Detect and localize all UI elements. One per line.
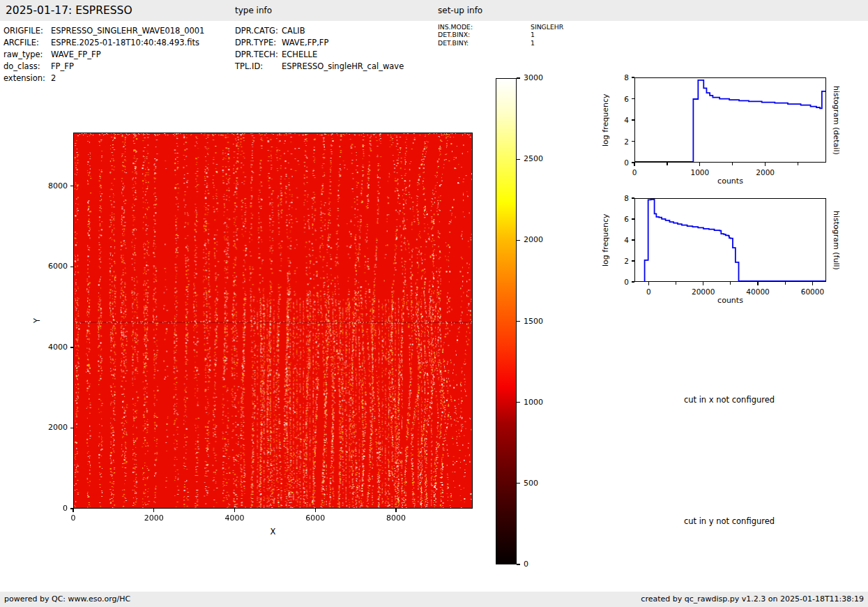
colorbar-tick	[517, 159, 520, 160]
setup-info-row: DET.BINY:1	[438, 39, 563, 47]
type-info-row: DPR.TYPE:WAVE,FP,FP	[235, 37, 404, 49]
page-title: 2025-01-17: ESPRESSO	[6, 0, 132, 21]
value: 1	[531, 31, 535, 38]
colorbar-tick-label: 500	[524, 479, 558, 488]
y-tick-label: 6	[601, 214, 629, 224]
histogram-detail-x-label: counts	[634, 177, 826, 186]
colorbar-tick	[517, 240, 520, 241]
histogram-full-plot	[634, 198, 826, 282]
x-tick-label: 1000	[679, 167, 721, 177]
key: INS.MODE:	[438, 23, 531, 31]
colorbar-tick-label: 0	[524, 560, 558, 569]
histogram-detail-plot	[634, 77, 826, 163]
value: ESPRESSO_singleHR_cal_wave	[282, 61, 404, 73]
setup-info-header: set-up info	[438, 0, 482, 21]
y-tick	[70, 428, 74, 428]
y-tick-label: 2000	[40, 423, 68, 433]
histogram-full-line	[645, 200, 825, 281]
y-tick	[632, 77, 635, 77]
y-tick	[632, 98, 635, 99]
x-tick-label: 8000	[375, 514, 417, 523]
y-tick	[632, 260, 635, 261]
x-minor-tick	[785, 282, 786, 285]
file-info-row: ORIGFILE:ESPRESSO_SINGLEHR_WAVE018_0001	[3, 25, 204, 37]
x-tick-label: 0	[52, 514, 94, 523]
y-tick	[70, 186, 74, 186]
colorbar-tick-label: 2000	[524, 235, 558, 245]
type-info-row: DPR.CATG:CALIB	[235, 25, 404, 37]
key: ARCFILE:	[3, 37, 51, 49]
y-tick	[632, 141, 635, 142]
type-info-row: DPR.TECH:ECHELLE	[235, 49, 404, 61]
y-tick-label: 2	[601, 137, 629, 147]
value: ESPRE.2025-01-18T10:40:48.493.fits	[51, 37, 199, 49]
x-tick	[73, 509, 73, 512]
x-tick-label: 0	[614, 167, 655, 177]
value: WAVE,FP,FP	[282, 37, 328, 49]
y-tick-label: 4000	[40, 343, 68, 352]
y-tick	[70, 347, 74, 347]
x-tick	[812, 282, 813, 285]
x-tick-label: 4000	[214, 514, 256, 523]
colorbar-tick	[517, 77, 520, 78]
x-tick-label: 40000	[737, 287, 779, 297]
y-tick-label: 0	[601, 158, 629, 167]
value: FP_FP	[51, 61, 74, 73]
y-tick-label: 2	[601, 256, 629, 266]
x-tick-label: 2000	[745, 167, 786, 177]
key: ORIGFILE:	[3, 25, 51, 37]
cut-x-note: cut in x not configured	[625, 395, 834, 405]
key: raw_type:	[3, 49, 51, 61]
key: DPR.TECH:	[235, 49, 282, 61]
key: DET.BINY:	[438, 39, 531, 47]
type-info-header: type info	[235, 0, 272, 21]
type-info-row: TPL.ID:ESPRESSO_singleHR_cal_wave	[235, 61, 404, 73]
key: DPR.TYPE:	[235, 37, 282, 49]
setup-info-row: INS.MODE:SINGLEHR	[438, 23, 563, 31]
histogram-full-svg	[635, 199, 825, 281]
colorbar	[496, 78, 517, 564]
x-minor-tick	[730, 282, 731, 285]
file-info-block: ORIGFILE:ESPRESSO_SINGLEHR_WAVE018_0001 …	[3, 25, 204, 84]
y-tick-label: 6	[601, 94, 629, 104]
file-info-row: extension:2	[3, 73, 204, 84]
x-minor-tick	[676, 282, 676, 285]
colorbar-tick-label: 1000	[524, 398, 558, 407]
x-tick	[648, 282, 649, 285]
x-tick	[765, 163, 766, 166]
x-tick-label: 2000	[133, 514, 175, 523]
y-tick	[632, 197, 635, 198]
value: CALIB	[282, 25, 305, 37]
key: DET.BINX:	[438, 31, 531, 38]
x-tick	[153, 509, 154, 512]
colorbar-tick	[517, 564, 520, 564]
y-tick	[70, 508, 74, 509]
x-tick	[703, 282, 703, 285]
y-tick	[632, 218, 635, 219]
y-tick-label: 8000	[40, 181, 68, 191]
y-tick	[70, 267, 74, 267]
raw-frame-heatmap	[73, 133, 473, 509]
y-tick	[632, 239, 635, 240]
x-tick-label: 0	[627, 287, 669, 297]
x-tick-label: 6000	[294, 514, 336, 523]
histogram-detail-line	[635, 80, 825, 162]
x-tick	[634, 163, 634, 166]
colorbar-tick	[517, 321, 520, 322]
histogram-full-right-label: histogram (full)	[830, 194, 841, 286]
value: WAVE_FP_FP	[51, 49, 101, 61]
setup-info-row: DET.BINX:1	[438, 31, 563, 38]
x-tick-label: 20000	[683, 287, 724, 297]
value: ECHELLE	[282, 49, 317, 61]
x-minor-tick	[798, 163, 798, 165]
y-tick	[632, 281, 635, 282]
raw-frame-canvas	[74, 133, 472, 508]
value: SINGLEHR	[531, 23, 563, 31]
qc-report-page: 2025-01-17: ESPRESSO type info set-up in…	[0, 0, 868, 607]
file-info-row: do_class:FP_FP	[3, 61, 204, 73]
colorbar-tick	[517, 483, 520, 484]
x-tick	[234, 509, 235, 512]
value: 1	[531, 39, 535, 47]
key: extension:	[3, 73, 51, 84]
value: ESPRESSO_SINGLEHR_WAVE018_0001	[51, 25, 204, 37]
